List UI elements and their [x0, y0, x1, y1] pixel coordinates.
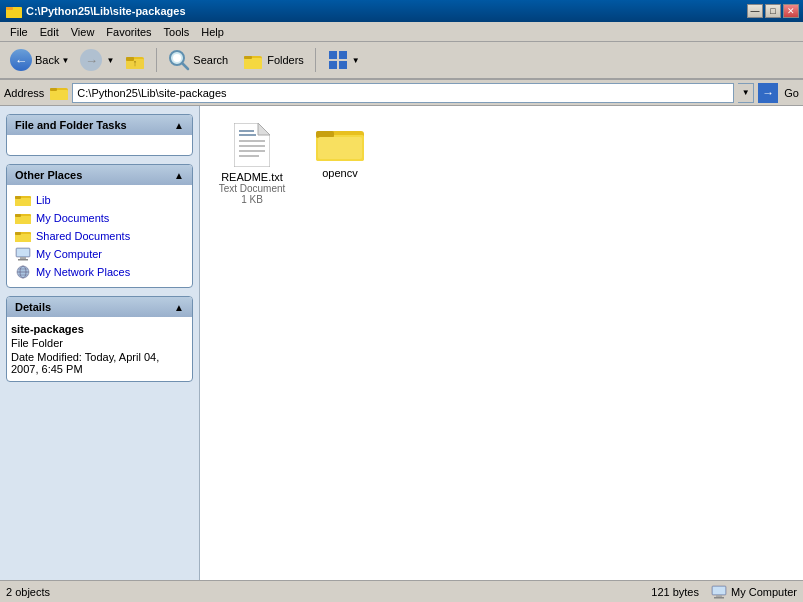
minimize-button[interactable]: —: [747, 4, 763, 18]
readme-filename: README.txt: [221, 171, 283, 183]
svg-line-8: [182, 63, 188, 69]
readme-type: Text Document: [219, 183, 286, 194]
menu-help[interactable]: Help: [195, 24, 230, 40]
status-objects: 2 objects: [6, 586, 50, 598]
window-controls: — □ ✕: [747, 4, 799, 18]
file-folder-tasks-collapse[interactable]: ▲: [174, 120, 184, 131]
file-folder-tasks-content: [7, 135, 192, 155]
main-layout: File and Folder Tasks ▲ Other Places ▲: [0, 106, 803, 580]
svg-rect-11: [244, 58, 262, 69]
address-dropdown[interactable]: ▼: [738, 83, 754, 103]
menu-tools[interactable]: Tools: [158, 24, 196, 40]
svg-rect-22: [15, 196, 21, 199]
sidebar: File and Folder Tasks ▲ Other Places ▲: [0, 106, 200, 580]
back-button[interactable]: ← Back ▼: [4, 45, 75, 75]
sidebar-item-my-computer[interactable]: My Computer: [11, 245, 188, 263]
status-right: 121 bytes My Computer: [651, 585, 797, 599]
sidebar-item-lib[interactable]: Lib: [11, 191, 188, 209]
sidebar-lib-label: Lib: [36, 194, 51, 206]
svg-rect-18: [50, 90, 68, 100]
my-network-places-icon: [15, 265, 31, 279]
views-dropdown-icon: ▼: [352, 56, 360, 65]
views-button[interactable]: ▼: [321, 45, 366, 75]
content-area: README.txt Text Document 1 KB opencv: [200, 106, 803, 580]
details-content: site-packages File Folder Date Modified:…: [7, 317, 192, 381]
menu-view[interactable]: View: [65, 24, 101, 40]
views-icon: [327, 49, 349, 71]
forward-button[interactable]: → ▼: [77, 45, 117, 75]
sidebar-shared-documents-label: Shared Documents: [36, 230, 130, 242]
folders-label: Folders: [267, 54, 304, 66]
sidebar-my-computer-label: My Computer: [36, 248, 102, 260]
address-label: Address: [4, 87, 44, 99]
details-label: Details: [15, 301, 51, 313]
folders-button[interactable]: Folders: [236, 45, 310, 75]
details-folder-type: File Folder: [11, 337, 188, 349]
sidebar-item-my-documents[interactable]: My Documents: [11, 209, 188, 227]
svg-rect-30: [17, 249, 29, 256]
svg-point-9: [173, 54, 181, 62]
opencv-foldername: opencv: [322, 167, 357, 179]
other-places-label: Other Places: [15, 169, 82, 181]
svg-rect-51: [713, 587, 725, 594]
address-bar: Address C:\Python25\Lib\site-packages ▼ …: [0, 80, 803, 106]
my-computer-icon: [15, 247, 31, 261]
svg-rect-2: [6, 7, 13, 10]
address-path: C:\Python25\Lib\site-packages: [77, 87, 226, 99]
menu-file[interactable]: File: [4, 24, 34, 40]
go-label: Go: [784, 87, 799, 99]
lib-folder-icon: [15, 193, 31, 207]
window-title: C:\Python25\Lib\site-packages: [26, 5, 186, 17]
search-button[interactable]: Search: [162, 45, 234, 75]
svg-rect-25: [15, 214, 21, 217]
go-arrow-button[interactable]: →: [758, 83, 778, 103]
svg-rect-32: [18, 259, 28, 261]
opencv-folder-icon: [316, 123, 364, 163]
sidebar-my-network-places-label: My Network Places: [36, 266, 130, 278]
details-header: Details ▲: [7, 297, 192, 317]
title-bar: C:\Python25\Lib\site-packages — □ ✕: [0, 0, 803, 22]
svg-text:↑: ↑: [133, 58, 138, 68]
menu-favorites[interactable]: Favorites: [100, 24, 157, 40]
back-label: Back: [35, 54, 59, 66]
svg-rect-53: [714, 597, 724, 599]
file-folder-tasks-header: File and Folder Tasks ▲: [7, 115, 192, 135]
svg-rect-27: [15, 234, 31, 242]
details-date-modified: Date Modified: Today, April 04, 2007, 6:…: [11, 351, 188, 375]
status-bar: 2 objects 121 bytes My Computer: [0, 580, 803, 602]
menu-bar: File Edit View Favorites Tools Help: [0, 22, 803, 42]
toolbar-separator-2: [315, 48, 316, 72]
sidebar-my-documents-label: My Documents: [36, 212, 109, 224]
svg-rect-1: [6, 9, 22, 18]
sidebar-item-shared-documents[interactable]: Shared Documents: [11, 227, 188, 245]
up-button[interactable]: ↑: [119, 45, 151, 75]
sidebar-item-my-network-places[interactable]: My Network Places: [11, 263, 188, 281]
back-dropdown-icon: ▼: [61, 56, 69, 65]
svg-rect-16: [339, 61, 347, 69]
maximize-button[interactable]: □: [765, 4, 781, 18]
svg-rect-13: [329, 51, 337, 59]
other-places-collapse[interactable]: ▲: [174, 170, 184, 181]
file-item-opencv[interactable]: opencv: [300, 118, 380, 210]
window-icon: [6, 3, 22, 19]
address-folder-icon: [50, 84, 68, 102]
my-documents-icon: [15, 211, 31, 225]
shared-documents-icon: [15, 229, 31, 243]
menu-edit[interactable]: Edit: [34, 24, 65, 40]
close-button[interactable]: ✕: [783, 4, 799, 18]
svg-rect-24: [15, 216, 31, 224]
file-folder-tasks-section: File and Folder Tasks ▲: [6, 114, 193, 156]
svg-rect-19: [50, 88, 57, 91]
search-icon: [168, 49, 190, 71]
details-date-label: Date Modified:: [11, 351, 82, 363]
details-collapse[interactable]: ▲: [174, 302, 184, 313]
svg-rect-49: [318, 137, 362, 159]
svg-rect-31: [20, 257, 26, 259]
svg-rect-15: [329, 61, 337, 69]
svg-rect-28: [15, 232, 21, 235]
readme-size: 1 KB: [241, 194, 263, 205]
svg-rect-14: [339, 51, 347, 59]
file-item-readme[interactable]: README.txt Text Document 1 KB: [212, 118, 292, 210]
folders-icon: [242, 49, 264, 71]
svg-rect-48: [316, 131, 334, 138]
